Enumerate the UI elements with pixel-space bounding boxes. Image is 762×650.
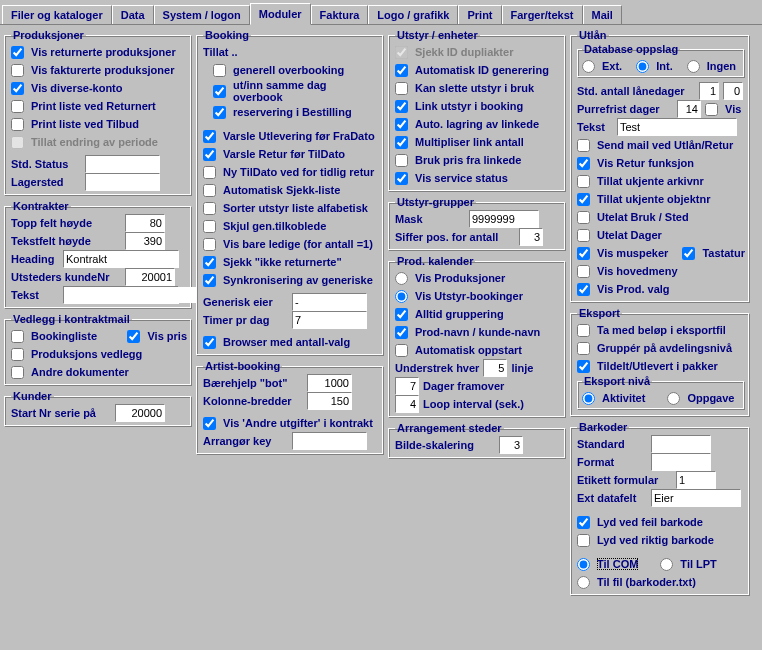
chk-bookingliste[interactable] <box>11 330 24 343</box>
chk-vis-service[interactable] <box>395 172 408 185</box>
tab-filer[interactable]: Filer og kataloger <box>2 5 112 24</box>
tab-data[interactable]: Data <box>112 5 154 24</box>
chk-tildelt[interactable] <box>577 360 590 373</box>
chk-vis-utlan[interactable] <box>705 103 718 116</box>
input-understrek[interactable] <box>483 359 507 377</box>
chk-utelat-dager[interactable] <box>577 229 590 242</box>
combo-tekst[interactable]: ▼ <box>63 286 179 304</box>
input-siffer[interactable] <box>519 228 543 246</box>
radio-ext[interactable] <box>582 60 595 73</box>
chk-bruk-pris[interactable] <box>395 154 408 167</box>
chk-ta-med[interactable] <box>577 324 590 337</box>
chk-vis-pris[interactable] <box>127 330 140 343</box>
chk-varsle-utlev[interactable] <box>203 130 216 143</box>
chk-synk[interactable] <box>203 274 216 287</box>
chk-utinn[interactable] <box>213 85 226 98</box>
chk-tillat-arkiv[interactable] <box>577 175 590 188</box>
chk-browser-antall[interactable] <box>203 336 216 349</box>
tab-mail[interactable]: Mail <box>583 5 622 24</box>
chk-alltid-grupp[interactable] <box>395 308 408 321</box>
radio-til-com[interactable] <box>577 558 590 571</box>
chk-vis-andre[interactable] <box>203 417 216 430</box>
chk-vis-returnerte[interactable] <box>11 46 24 59</box>
input-ext-datafelt[interactable] <box>651 489 741 507</box>
chk-vis-fakturerte[interactable] <box>11 64 24 77</box>
chk-tastatur[interactable] <box>682 247 695 260</box>
input-bilde-skal[interactable] <box>499 436 523 454</box>
chk-sorter[interactable] <box>203 202 216 215</box>
chk-multipliser[interactable] <box>395 136 408 149</box>
chk-tillat-objekt[interactable] <box>577 193 590 206</box>
chk-vis-hovedmeny[interactable] <box>577 265 590 278</box>
chk-reservering[interactable] <box>213 106 226 119</box>
input-arrangor[interactable] <box>292 432 367 450</box>
chk-kan-slette[interactable] <box>395 82 408 95</box>
input-dager-fram[interactable] <box>395 377 419 395</box>
chk-vis-diverse[interactable] <box>11 82 24 95</box>
input-kolonne[interactable] <box>307 392 352 410</box>
input-std-antall[interactable] <box>699 82 719 100</box>
chk-print-returnert[interactable] <box>11 100 24 113</box>
chk-vis-prod-valg[interactable] <box>577 283 590 296</box>
chk-ny-tildato[interactable] <box>203 166 216 179</box>
chk-prod-navn[interactable] <box>395 326 408 339</box>
input-format[interactable] <box>651 453 711 471</box>
input-purrefrist[interactable] <box>677 100 701 118</box>
chk-prod-vedlegg[interactable] <box>11 348 24 361</box>
chk-vis-bare[interactable] <box>203 238 216 251</box>
input-etikett[interactable] <box>676 471 716 489</box>
lbl-vis-utlan: Vis <box>725 103 741 115</box>
tab-moduler[interactable]: Moduler <box>250 3 311 25</box>
radio-ingen[interactable] <box>687 60 700 73</box>
legend-vedlegg: Vedlegg i kontraktmail <box>11 313 132 325</box>
group-kontrakter: Kontrakter Topp felt høyde Tekstfelt høy… <box>4 200 192 309</box>
lbl-bruk-pris: Bruk pris fra linkede <box>415 154 521 166</box>
chk-lyd-riktig[interactable] <box>577 534 590 547</box>
chk-auto-id[interactable] <box>395 64 408 77</box>
input-utsteders[interactable] <box>125 268 175 286</box>
radio-vis-produksjoner[interactable] <box>395 272 408 285</box>
chk-generell-over[interactable] <box>213 64 226 77</box>
tab-logo[interactable]: Logo / grafikk <box>368 5 458 24</box>
radio-aktivitet[interactable] <box>582 392 595 405</box>
chk-skjul-gen[interactable] <box>203 220 216 233</box>
tab-system[interactable]: System / logon <box>154 5 250 24</box>
chk-andre-dok[interactable] <box>11 366 24 379</box>
radio-til-lpt[interactable] <box>660 558 673 571</box>
input-tekstfelt[interactable] <box>125 232 165 250</box>
chk-gruppe[interactable] <box>577 342 590 355</box>
input-topp-felt[interactable] <box>125 214 165 232</box>
radio-til-fil[interactable] <box>577 576 590 589</box>
chk-vis-muspeker[interactable] <box>577 247 590 260</box>
input-mask[interactable] <box>469 210 539 228</box>
input-start-nr[interactable] <box>115 404 165 422</box>
input-tekst-utlan[interactable] <box>617 118 737 136</box>
tab-print[interactable]: Print <box>458 5 501 24</box>
chk-send-mail[interactable] <box>577 139 590 152</box>
chk-auto-lagring[interactable] <box>395 118 408 131</box>
chk-auto-opp[interactable] <box>395 344 408 357</box>
chk-lyd-feil[interactable] <box>577 516 590 529</box>
input-timer-dag[interactable] <box>292 311 367 329</box>
input-std-antall2[interactable] <box>723 82 743 100</box>
radio-oppgave[interactable] <box>667 392 680 405</box>
radio-int[interactable] <box>636 60 649 73</box>
chk-link-utstyr[interactable] <box>395 100 408 113</box>
input-heading[interactable] <box>63 250 179 268</box>
input-std-status[interactable] <box>85 155 160 173</box>
input-baerehjelp[interactable] <box>307 374 352 392</box>
input-standard[interactable] <box>651 435 711 453</box>
chk-vis-retur[interactable] <box>577 157 590 170</box>
input-lagersted[interactable] <box>85 173 160 191</box>
tab-farger[interactable]: Farger/tekst <box>502 5 583 24</box>
combo-tekst-input[interactable] <box>64 287 206 303</box>
chk-auto-sjekk[interactable] <box>203 184 216 197</box>
chk-sjekk-ikke[interactable] <box>203 256 216 269</box>
chk-utelat-bruk[interactable] <box>577 211 590 224</box>
input-loop[interactable] <box>395 395 419 413</box>
input-generisk-eier[interactable] <box>292 293 367 311</box>
radio-vis-utstyr-book[interactable] <box>395 290 408 303</box>
chk-varsle-retur[interactable] <box>203 148 216 161</box>
chk-print-tilbud[interactable] <box>11 118 24 131</box>
tab-faktura[interactable]: Faktura <box>311 5 369 24</box>
